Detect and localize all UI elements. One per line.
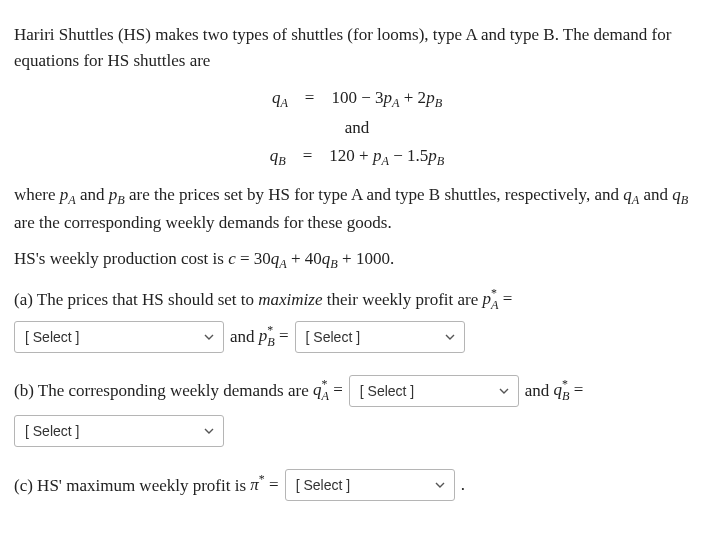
- part-c: (c) HS' maximum weekly profit is π* = [ …: [14, 469, 700, 501]
- and-label: and p*B =: [230, 322, 289, 352]
- cost-text: HS's weekly production cost is c = 30qA …: [14, 246, 700, 274]
- intro-text: Hariri Shuttles (HS) makes two types of …: [14, 22, 700, 75]
- demand-equations: qA = 100 − 3pA + 2pB and qB = 120 + pA −…: [14, 85, 700, 172]
- select-pA-star[interactable]: [ Select ]: [14, 321, 224, 353]
- period: .: [461, 472, 465, 498]
- select-qB-star[interactable]: [ Select ]: [14, 415, 224, 447]
- where-text: where pA and pB are the prices set by HS…: [14, 182, 700, 237]
- select-pi-star[interactable]: [ Select ]: [285, 469, 455, 501]
- select-pB-star[interactable]: [ Select ]: [295, 321, 465, 353]
- and-label-b: and q*B =: [525, 376, 584, 406]
- select-qA-star[interactable]: [ Select ]: [349, 375, 519, 407]
- part-a: (a) The prices that HS should set to max…: [14, 285, 700, 315]
- part-b: (b) The corresponding weekly demands are…: [14, 375, 700, 407]
